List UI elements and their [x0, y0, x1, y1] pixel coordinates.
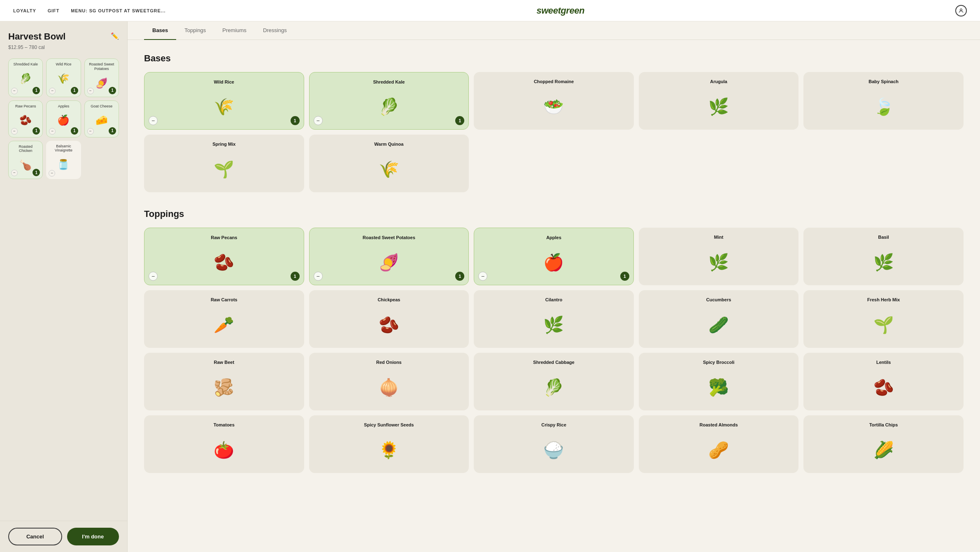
minus-button[interactable]: −	[49, 128, 56, 135]
topping-item-card[interactable]: Cucumbers 🥒	[639, 290, 799, 348]
item-name: Arugula	[710, 79, 727, 84]
cancel-button[interactable]: Cancel	[8, 528, 62, 545]
toppings-heading: Toppings	[144, 209, 964, 219]
item-image: 🥒	[702, 307, 735, 343]
topping-item-card[interactable]: Raw Carrots 🥕	[144, 290, 304, 348]
topping-item-card[interactable]: Tomatoes 🍅	[144, 415, 304, 473]
item-image: 🌾	[53, 68, 74, 89]
bases-heading: Bases	[144, 53, 964, 64]
minus-button[interactable]: −	[49, 170, 55, 177]
minus-button[interactable]: −	[87, 88, 94, 94]
item-image: 🧀	[91, 110, 112, 130]
item-count: 1	[455, 272, 464, 281]
item-name: Tomatoes	[214, 422, 235, 428]
item-name: Lentils	[876, 359, 891, 365]
topping-item-card[interactable]: Shredded Cabbage 🥬	[474, 353, 634, 410]
base-item-card[interactable]: Chopped Romaine 🥗	[474, 72, 634, 130]
topping-item-card[interactable]: Roasted Almonds 🥜	[639, 415, 799, 473]
item-image: 🌻	[372, 432, 405, 468]
sidebar-item[interactable]: Goat Cheese 🧀 − 1	[84, 100, 119, 137]
item-image: 🥬	[15, 68, 36, 89]
base-item-card[interactable]: Shredded Kale 🥬 − 1	[309, 72, 469, 130]
minus-button[interactable]: −	[478, 272, 487, 281]
base-item-card[interactable]: Baby Spinach 🍃	[803, 72, 964, 130]
topping-item-card[interactable]: Red Onions 🧅	[309, 353, 469, 410]
item-name: Spicy Sunflower Seeds	[364, 422, 414, 428]
minus-button[interactable]: −	[11, 88, 18, 94]
topping-item-card[interactable]: Cilantro 🌿	[474, 290, 634, 348]
item-image: 🌿	[702, 89, 735, 125]
item-count: 1	[620, 272, 629, 281]
brand-logo[interactable]: sweetgreen	[536, 5, 584, 16]
topping-item-card[interactable]: Tortilla Chips 🌽	[803, 415, 964, 473]
topping-item-card[interactable]: Raw Pecans 🫘 − 1	[144, 228, 304, 285]
item-name: Cucumbers	[706, 297, 731, 303]
item-name: Roasted Almonds	[700, 422, 738, 428]
minus-button[interactable]: −	[49, 88, 56, 94]
sidebar-item[interactable]: Raw Pecans 🫘 − 1	[8, 100, 43, 137]
sidebar-item[interactable]: Apples 🍎 − 1	[46, 100, 81, 137]
item-name: Raw Pecans	[211, 235, 237, 240]
minus-button[interactable]: −	[87, 128, 94, 135]
tab-toppings[interactable]: Toppings	[176, 21, 214, 40]
item-name: Spring Mix	[212, 141, 235, 147]
minus-button[interactable]: −	[314, 272, 323, 281]
topping-item-card[interactable]: Basil 🌿	[803, 228, 964, 285]
tab-bases[interactable]: Bases	[144, 21, 176, 40]
base-item-card[interactable]: Spring Mix 🌱	[144, 135, 304, 192]
sidebar-item[interactable]: Roasted Chicken 🍗 − 1	[8, 141, 43, 179]
item-image: 🍅	[207, 432, 240, 468]
base-item-card[interactable]: Arugula 🌿	[639, 72, 799, 130]
topping-item-card[interactable]: Spicy Sunflower Seeds 🌻	[309, 415, 469, 473]
item-name: Raw Carrots	[211, 297, 237, 303]
item-image: 🫘	[207, 245, 240, 280]
bowl-title: Harvest Bowl	[8, 31, 65, 42]
topping-item-card[interactable]: Apples 🍎 − 1	[474, 228, 634, 285]
item-image: 🌱	[207, 151, 240, 187]
topping-item-card[interactable]: Roasted Sweet Potatoes 🍠 − 1	[309, 228, 469, 285]
user-account-icon[interactable]	[955, 5, 967, 16]
item-count: 1	[455, 116, 464, 125]
nav-menu[interactable]: MENU: SG OUTPOST AT SWEETGRE...	[71, 8, 165, 13]
bases-section: Bases Wild Rice 🌾 − 1 Shredded Kale 🥬 − …	[144, 53, 964, 192]
topping-item-card[interactable]: Spicy Broccoli 🥦	[639, 353, 799, 410]
sidebar-items-grid: Shredded Kale 🥬 − 1 Wild Rice 🌾 − 1 Roas…	[8, 58, 119, 179]
item-image: 🫚	[207, 369, 240, 405]
minus-button[interactable]: −	[149, 272, 158, 281]
nav-gift[interactable]: GIFT	[48, 8, 60, 13]
topping-item-card[interactable]: Fresh Herb Mix 🌱	[803, 290, 964, 348]
topping-item-card[interactable]: Raw Beet 🫚	[144, 353, 304, 410]
item-count: 1	[33, 87, 40, 94]
item-name: Cilantro	[545, 297, 563, 303]
toppings-grid: Raw Pecans 🫘 − 1 Roasted Sweet Potatoes …	[144, 228, 964, 473]
sidebar-item[interactable]: Wild Rice 🌾 − 1	[46, 58, 81, 97]
minus-button[interactable]: −	[149, 116, 158, 125]
item-image: 🥜	[702, 432, 735, 468]
item-name: Chickpeas	[377, 297, 400, 303]
minus-button[interactable]: −	[314, 116, 323, 125]
done-button[interactable]: I'm done	[67, 528, 119, 545]
topping-item-card[interactable]: Chickpeas 🫘	[309, 290, 469, 348]
topping-item-card[interactable]: Mint 🌿	[639, 228, 799, 285]
topping-item-card[interactable]: Lentils 🫘	[803, 353, 964, 410]
item-count: 1	[291, 116, 300, 125]
sidebar-item[interactable]: Roasted Sweet Potatoes 🍠 − 1	[84, 58, 119, 97]
item-image: 🍎	[53, 110, 74, 130]
base-item-card[interactable]: Wild Rice 🌾 − 1	[144, 72, 304, 130]
nav-loyalty[interactable]: LOYALTY	[13, 8, 36, 13]
sidebar-item[interactable]: Shredded Kale 🥬 − 1	[8, 58, 43, 97]
item-image: 🌾	[207, 89, 240, 124]
base-item-card[interactable]: Warm Quinoa 🌾	[309, 135, 469, 192]
topping-item-card[interactable]: Crispy Rice 🍚	[474, 415, 634, 473]
item-count: 1	[109, 127, 116, 135]
edit-icon[interactable]: ✏️	[111, 32, 119, 40]
tab-premiums[interactable]: Premiums	[214, 21, 255, 40]
item-name: Tortilla Chips	[869, 422, 898, 428]
item-name: Apples	[546, 235, 561, 240]
minus-button[interactable]: −	[11, 128, 18, 135]
item-name: Baby Spinach	[868, 79, 899, 84]
item-count: 1	[33, 127, 40, 135]
sidebar-item[interactable]: Balsamic Vinaigrette 🫙 −	[46, 141, 81, 179]
tab-dressings[interactable]: Dressings	[255, 21, 295, 40]
sidebar-footer: Cancel I'm done	[0, 521, 127, 552]
